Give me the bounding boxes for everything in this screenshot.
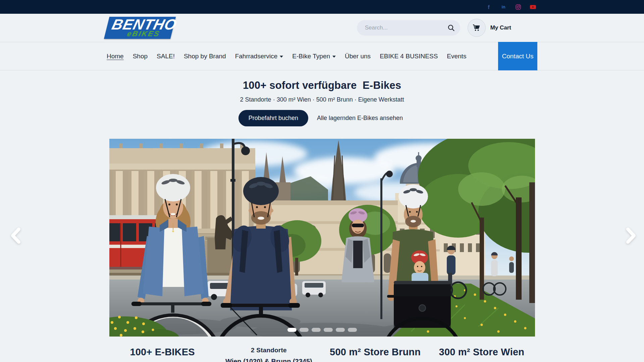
nav-item-shop-by-brand[interactable]: Shop by Brand	[184, 53, 226, 60]
nav-item-ebike-typen[interactable]: E-Bike Typen	[292, 53, 336, 60]
carousel-next-arrow[interactable]	[623, 227, 638, 245]
topbar: f in	[0, 0, 644, 14]
youtube-icon[interactable]	[530, 4, 536, 10]
nav-item-home[interactable]: Home	[107, 53, 124, 60]
feature-standorte: 2 Standorte Wien (1020) & Brunn (2345)	[216, 347, 322, 362]
hero-title: 100+ sofort verfügbare E-Bikes	[0, 79, 644, 92]
nav-item-events[interactable]: Events	[447, 53, 466, 60]
cart-button[interactable]: My Cart	[468, 19, 511, 37]
site-logo[interactable]: BENTHO eBIKES	[104, 17, 176, 39]
search-bar	[357, 20, 460, 36]
carousel-prev-arrow[interactable]	[9, 227, 23, 245]
nav-item-fahrradservice[interactable]: Fahrradservice	[235, 53, 283, 60]
carousel-dot[interactable]	[287, 328, 297, 332]
feature-subtitle: Wien (1020) & Brunn (2345)	[216, 358, 322, 362]
svg-text:in: in	[501, 5, 505, 9]
carousel-dot[interactable]	[324, 328, 333, 332]
hero-subtitle: 2 Standorte · 300 m² Wien · 500 m² Brunn…	[0, 96, 644, 103]
carousel-indicators	[109, 328, 535, 332]
logo-line1: BENTHO	[111, 18, 170, 31]
facebook-icon[interactable]: f	[486, 4, 492, 10]
carousel-dot[interactable]	[336, 328, 345, 332]
search-input[interactable]	[364, 24, 447, 32]
feature-title: 100+ E-BIKES	[109, 347, 216, 358]
nav-item-shop[interactable]: Shop	[133, 53, 148, 60]
feature-title: 500 m² Store Brunn	[322, 347, 428, 358]
hero-carousel	[109, 139, 535, 337]
features-row: 100+ E-BIKES Sofort verfügbar & probefah…	[109, 347, 535, 362]
feature-title: 300 m² Store Wien	[428, 347, 535, 358]
chevron-down-icon	[280, 56, 283, 58]
chevron-down-icon	[332, 56, 336, 58]
view-all-ebikes-button[interactable]: Alle lagernden E-Bikes ansehen	[314, 110, 406, 126]
nav-item-ueber-uns[interactable]: Über uns	[345, 53, 371, 60]
feature-title: 2 Standorte	[216, 347, 322, 354]
feature-ebikes: 100+ E-BIKES Sofort verfügbar & probefah…	[109, 347, 216, 362]
cart-icon	[468, 19, 486, 37]
search-icon[interactable]	[447, 24, 455, 32]
nav-item-sale[interactable]: SALE!	[157, 53, 175, 60]
feature-store-wien: 300 m² Store Wien E-Bike & Lastenrad Kom…	[428, 347, 535, 362]
carousel-dot[interactable]	[348, 328, 357, 332]
linkedin-icon[interactable]: in	[500, 4, 506, 10]
logo-line2: eBIKES	[126, 31, 167, 37]
instagram-icon[interactable]	[515, 4, 521, 10]
hero-section: 100+ sofort verfügbare E-Bikes 2 Standor…	[0, 70, 644, 337]
feature-store-brunn: 500 m² Store Brunn Große E-Bike Auswahl	[322, 347, 428, 362]
site-header: BENTHO eBIKES My Cart	[0, 14, 644, 42]
contact-us-button[interactable]: Contact Us	[498, 42, 537, 70]
carousel-dot[interactable]	[312, 328, 321, 332]
main-nav: Home Shop SALE! Shop by Brand Fahrradser…	[0, 42, 644, 70]
cart-label: My Cart	[490, 24, 511, 31]
carousel-dot[interactable]	[300, 328, 309, 332]
book-test-ride-button[interactable]: Probefahrt buchen	[238, 110, 308, 126]
svg-text:f: f	[488, 4, 490, 10]
carousel-slide-image	[109, 139, 535, 337]
nav-item-ebike4business[interactable]: EBIKE 4 BUSINESS	[380, 53, 438, 60]
